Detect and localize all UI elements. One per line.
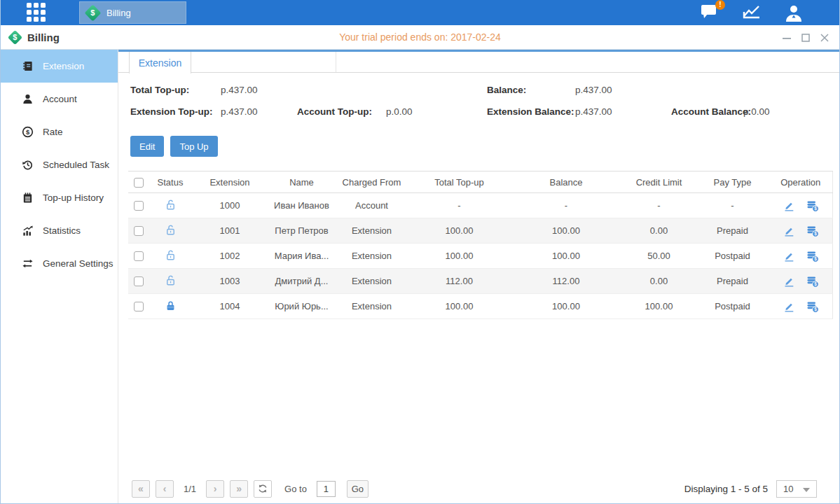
- charged-from-cell: Extension: [335, 269, 408, 294]
- sidebar: Extension Account $ Rate Scheduled Task: [1, 50, 118, 503]
- col-status: Status: [149, 172, 191, 193]
- go-button[interactable]: Go: [347, 480, 369, 498]
- tab-strip: Extension: [118, 52, 839, 73]
- total-topup-cell: 100.00: [408, 244, 510, 269]
- sidebar-item-rate[interactable]: $ Rate: [1, 115, 118, 148]
- row-checkbox[interactable]: [134, 276, 144, 286]
- maximize-icon[interactable]: [801, 33, 811, 43]
- sidebar-item-topup-history[interactable]: Top-up History: [1, 181, 118, 214]
- sidebar-item-scheduled-task[interactable]: Scheduled Task: [1, 148, 118, 181]
- page-size-select[interactable]: 10: [776, 480, 817, 498]
- svg-text:$: $: [814, 256, 817, 262]
- displaying-text: Displaying 1 - 5 of 5: [684, 484, 768, 494]
- extension-cell: 1003: [191, 269, 268, 294]
- billing-app-icon: $: [84, 4, 101, 21]
- top-up-row-icon[interactable]: $: [806, 225, 819, 237]
- status-cell: [149, 294, 191, 319]
- taskbar-tab-billing[interactable]: $ Billing: [79, 1, 186, 24]
- pay-type-cell: Postpaid: [696, 294, 769, 319]
- select-all-checkbox[interactable]: [134, 178, 144, 188]
- balance-cell: -: [510, 193, 622, 218]
- tab-extension[interactable]: Extension: [129, 52, 191, 74]
- table-row: 1002Мария Ива...Extension100.00100.0050.…: [128, 244, 832, 269]
- app-menu-icon[interactable]: [27, 3, 48, 22]
- first-page-button[interactable]: «: [132, 480, 150, 498]
- top-up-row-icon[interactable]: $: [806, 300, 819, 313]
- minimize-icon[interactable]: [782, 33, 792, 43]
- goto-page-input[interactable]: [317, 481, 336, 497]
- messages-icon[interactable]: !: [701, 4, 720, 22]
- table-row: 1003Дмитрий Д...Extension112.00112.000.0…: [128, 269, 832, 294]
- col-pay-type: Pay Type: [696, 172, 769, 193]
- name-cell: Петр Петров: [268, 218, 335, 244]
- unlocked-icon: [165, 224, 177, 236]
- locked-icon: [165, 300, 177, 312]
- status-cell: [149, 218, 191, 244]
- extension-topup-value: p.437.00: [221, 106, 258, 117]
- svg-text:$: $: [26, 128, 30, 136]
- account-topup-value: p.0.00: [386, 106, 413, 117]
- edit-button[interactable]: Edit: [130, 136, 164, 157]
- edit-row-icon[interactable]: [783, 200, 795, 212]
- row-checkbox[interactable]: [134, 226, 144, 236]
- row-checkbox[interactable]: [134, 201, 144, 211]
- col-operation: Operation: [769, 172, 832, 193]
- charged-from-cell: Account: [335, 193, 408, 218]
- status-cell: [149, 193, 191, 218]
- balance-label: Balance:: [487, 85, 526, 95]
- table-row: 1000Иван ИвановAccount----$: [128, 193, 832, 218]
- sidebar-item-statistics[interactable]: Statistics: [1, 214, 118, 247]
- col-charged-from: Charged From: [335, 172, 408, 193]
- row-checkbox[interactable]: [134, 251, 144, 261]
- extension-cell: 1002: [191, 244, 268, 269]
- resource-monitor-icon[interactable]: [742, 4, 762, 22]
- top-up-row-icon[interactable]: $: [806, 250, 819, 262]
- credit-limit-cell: -: [622, 193, 696, 218]
- top-up-button[interactable]: Top Up: [170, 136, 217, 157]
- charged-from-cell: Extension: [335, 244, 408, 269]
- balance-cell: 112.00: [510, 269, 622, 294]
- extension-table: Status Extension Name Charged From Total…: [128, 171, 833, 319]
- last-page-button[interactable]: »: [230, 480, 248, 498]
- user-account-icon[interactable]: [784, 4, 804, 22]
- next-page-button[interactable]: ›: [206, 480, 224, 498]
- credit-limit-cell: 100.00: [622, 294, 696, 319]
- top-up-row-icon[interactable]: $: [806, 275, 819, 288]
- charged-from-cell: Extension: [335, 294, 408, 319]
- unlocked-icon: [165, 199, 177, 211]
- rate-dollar-icon: $: [22, 126, 34, 138]
- general-settings-icon: [22, 258, 34, 270]
- sidebar-label: General Settings: [43, 258, 113, 269]
- credit-limit-cell: 0.00: [622, 218, 696, 244]
- name-cell: Мария Ива...: [268, 244, 335, 269]
- total-topup-cell: 112.00: [408, 269, 510, 294]
- top-up-row-icon[interactable]: $: [806, 200, 819, 212]
- total-topup-label: Total Top-up:: [130, 85, 189, 95]
- scheduled-task-clock-icon: [22, 159, 34, 171]
- row-checkbox[interactable]: [134, 302, 144, 312]
- edit-row-icon[interactable]: [783, 225, 795, 237]
- unlocked-icon: [165, 249, 177, 261]
- edit-row-icon[interactable]: [783, 250, 795, 262]
- close-icon[interactable]: [820, 33, 829, 43]
- edit-row-icon[interactable]: [783, 300, 795, 313]
- svg-text:$: $: [814, 281, 817, 287]
- credit-limit-cell: 50.00: [622, 244, 696, 269]
- refresh-button[interactable]: [254, 480, 272, 498]
- account-balance-label: Account Balance:: [671, 106, 751, 117]
- extension-book-icon: [22, 60, 34, 72]
- col-balance: Balance: [510, 172, 622, 193]
- sidebar-item-extension[interactable]: Extension: [1, 50, 118, 83]
- sidebar-item-general-settings[interactable]: General Settings: [1, 247, 118, 280]
- svg-text:$: $: [814, 231, 817, 237]
- edit-row-icon[interactable]: [783, 275, 795, 288]
- total-topup-cell: -: [408, 193, 510, 218]
- statistics-chart-icon: [22, 225, 34, 237]
- action-buttons: Edit Top Up: [130, 136, 839, 157]
- sidebar-item-account[interactable]: Account: [1, 83, 118, 115]
- chevron-down-icon: [803, 488, 810, 492]
- name-cell: Юрий Юрь...: [268, 294, 335, 319]
- page-size-value: 10: [783, 484, 793, 494]
- operation-cell: $: [769, 218, 832, 243]
- prev-page-button[interactable]: ‹: [156, 480, 174, 498]
